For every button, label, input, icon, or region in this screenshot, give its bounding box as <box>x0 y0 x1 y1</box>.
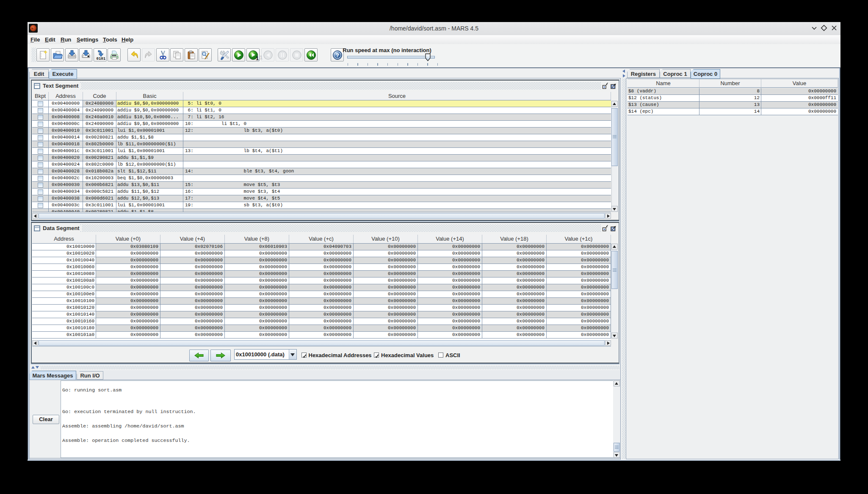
svg-text:0101: 0101 <box>96 57 105 61</box>
svg-text:?: ? <box>336 52 339 58</box>
